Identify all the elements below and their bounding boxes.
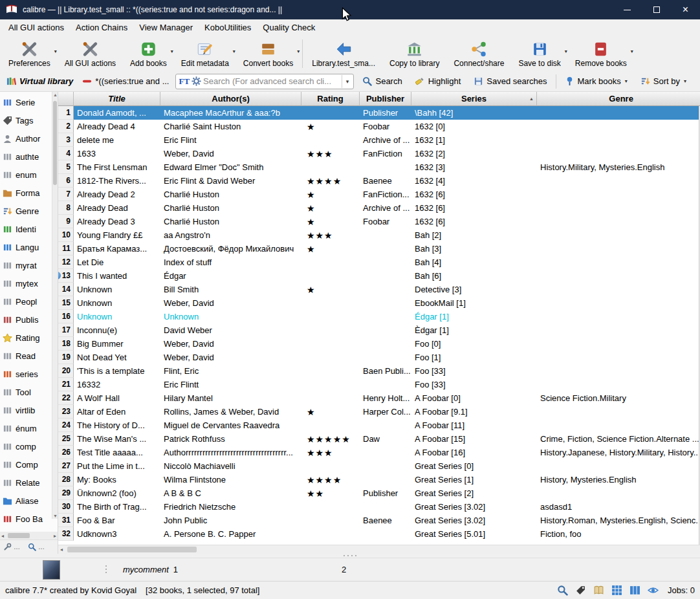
cell-rating[interactable]	[301, 310, 360, 323]
book-row[interactable]: 5The First LensmanEdward Elmer "Doc" Smi…	[58, 160, 700, 174]
cell-authors[interactable]: Unknown	[160, 310, 301, 323]
cell-title[interactable]: Unknown	[74, 283, 160, 296]
cell-title[interactable]: Young Flandry ££	[74, 228, 160, 242]
cell-authors[interactable]: Index of stuff	[160, 256, 301, 269]
cell-authors[interactable]: aa Angstro'n	[160, 228, 301, 242]
cell-rating[interactable]: ★	[301, 188, 360, 201]
column-header-author-s[interactable]: Author(s)	[160, 92, 301, 106]
cell-title[interactable]: A Wolf' Hall	[74, 391, 160, 405]
book-row[interactable]: 2116332Eric FlinttFoo [33]	[58, 378, 700, 391]
book-row[interactable]: 12Let DieIndex of stuffBah [4]	[58, 256, 700, 269]
cell-authors[interactable]: Достоевский, Фёдор Михайлович	[160, 242, 301, 256]
cover-browser-toggle-button[interactable]	[628, 584, 642, 597]
column-header-genre[interactable]: Genre	[537, 92, 700, 106]
row-number-cell[interactable]: 29	[58, 486, 74, 500]
cell-publisher[interactable]: Daw	[360, 432, 411, 446]
cell-series[interactable]: Foo [33]	[411, 378, 537, 391]
cell-genre[interactable]	[537, 120, 700, 133]
cell-genre[interactable]	[537, 337, 700, 351]
book-cover-thumbnail[interactable]	[43, 560, 60, 580]
row-number-cell[interactable]: 3	[58, 133, 74, 147]
cell-series[interactable]: Great Series [3.02]	[411, 514, 537, 527]
cell-genre[interactable]: Fiction, foo	[537, 527, 700, 541]
cell-genre[interactable]	[537, 283, 700, 296]
cell-rating[interactable]	[301, 256, 360, 269]
cell-series[interactable]: EbookMail [1]	[411, 296, 537, 310]
category-enum[interactable]: enum	[0, 166, 58, 184]
book-list-hscrollbar[interactable]: ◂ ▸	[58, 545, 700, 554]
cell-genre[interactable]: Crime, Fiction, Science Fiction.Alternat…	[537, 432, 700, 446]
minimize-button[interactable]	[613, 0, 642, 19]
category-read[interactable]: Read	[0, 347, 58, 365]
book-row[interactable]: 31Foo & BarJohn PublicBaeneeGreat Series…	[58, 514, 700, 527]
cell-publisher[interactable]	[360, 296, 411, 310]
cell-authors[interactable]: Charlié Huston	[160, 201, 301, 215]
cell-title[interactable]: Test Title aaaaa...	[74, 446, 160, 459]
cell-authors[interactable]: Weber, David	[160, 337, 301, 351]
cell-series[interactable]: 1632 [6]	[411, 215, 537, 228]
cell-rating[interactable]	[301, 160, 360, 174]
cell-series[interactable]: Foo [0]	[411, 337, 537, 351]
search-button[interactable]: Search	[358, 73, 406, 90]
row-number-cell[interactable]: 5	[58, 160, 74, 174]
dropdown-arrow-icon[interactable]: ▾	[171, 49, 173, 54]
book-row[interactable]: 10Young Flandry ££aa Angstro'n★★★Bah [2]	[58, 228, 700, 242]
cell-series[interactable]: Bah [2]	[411, 228, 537, 242]
cell-title[interactable]: Udknown3	[74, 527, 160, 541]
row-number-cell[interactable]: 16	[58, 310, 74, 323]
cell-genre[interactable]	[537, 419, 700, 432]
cell-genre[interactable]: asdasd1	[537, 500, 700, 514]
row-number-cell[interactable]: 22	[58, 391, 74, 405]
book-row[interactable]: 61812-The Rivers...Eric Flint & David We…	[58, 174, 700, 188]
row-number-cell[interactable]: 9	[58, 215, 74, 228]
toolbar-library-test-sma[interactable]: Library.test_sma...	[305, 37, 382, 71]
dropdown-arrow-icon[interactable]: ▾	[297, 49, 300, 54]
cell-title[interactable]: Altar of Eden	[74, 405, 160, 419]
row-number-cell[interactable]: 21	[58, 378, 74, 391]
row-number-cell[interactable]: 8	[58, 201, 74, 215]
cell-genre[interactable]	[537, 405, 700, 419]
cell-title[interactable]: Unknown	[74, 310, 160, 323]
cell-title[interactable]: Put the Lime in t...	[74, 459, 160, 473]
cell-genre[interactable]	[537, 147, 700, 160]
cell-rating[interactable]	[301, 106, 360, 120]
dropdown-arrow-icon[interactable]: ▾	[233, 49, 235, 54]
cell-rating[interactable]	[301, 323, 360, 337]
book-row[interactable]: 3delete meEric FlintArchive of ...1632 […	[58, 133, 700, 147]
cell-publisher[interactable]	[360, 283, 411, 296]
cell-rating[interactable]	[301, 269, 360, 283]
cell-rating[interactable]	[301, 337, 360, 351]
cell-rating[interactable]: ★	[301, 242, 360, 256]
cell-rating[interactable]	[301, 378, 360, 391]
row-number-cell[interactable]: 7	[58, 188, 74, 201]
cell-rating[interactable]: ★★★★★	[301, 432, 360, 446]
menu-item-quality-check[interactable]: Quality Check	[257, 21, 321, 35]
menu-item-action-chains[interactable]: Action Chains	[70, 21, 133, 35]
toolbar-save-to-disk[interactable]: Save to disk▾	[511, 37, 567, 71]
cell-publisher[interactable]: FanFiction	[360, 147, 411, 160]
cell-authors[interactable]: Eric Flint & David Weber	[160, 174, 301, 188]
cell-rating[interactable]: ★	[301, 405, 360, 419]
scrollbar-handle[interactable]	[53, 101, 57, 185]
cell-series[interactable]: Bah [4]	[411, 256, 537, 269]
category-identi[interactable]: Identi	[0, 220, 58, 238]
scroll-left-icon[interactable]: ◂	[60, 547, 63, 552]
category-comp[interactable]: Comp	[0, 455, 58, 474]
cell-rating[interactable]: ★	[301, 201, 360, 215]
cell-authors[interactable]: Weber, David	[160, 351, 301, 364]
cell-authors[interactable]: Friedrich Nietzsche	[160, 500, 301, 514]
cell-title[interactable]: Already Dead 2	[74, 188, 160, 201]
cell-title[interactable]: The Wise Man's ...	[74, 432, 160, 446]
cell-series[interactable]: Bah [6]	[411, 269, 537, 283]
row-number-cell[interactable]: 19	[58, 351, 74, 364]
row-number-cell[interactable]: 4	[58, 147, 74, 160]
cell-authors[interactable]: Niccolò Machiavelli	[160, 459, 301, 473]
cell-publisher[interactable]	[360, 459, 411, 473]
book-row[interactable]: 32Udknown3A. Persone B. C. PapperGreat S…	[58, 527, 700, 541]
cell-authors[interactable]: Charlié Huston	[160, 188, 301, 201]
tag-browser-vscrollbar[interactable]: ▲ ▼	[52, 92, 58, 519]
cell-series[interactable]: 1632 [1]	[411, 133, 537, 147]
category-author[interactable]: Author	[0, 129, 58, 147]
cell-title[interactable]: Let Die	[74, 256, 160, 269]
cell-authors[interactable]: Bill Smith	[160, 283, 301, 296]
